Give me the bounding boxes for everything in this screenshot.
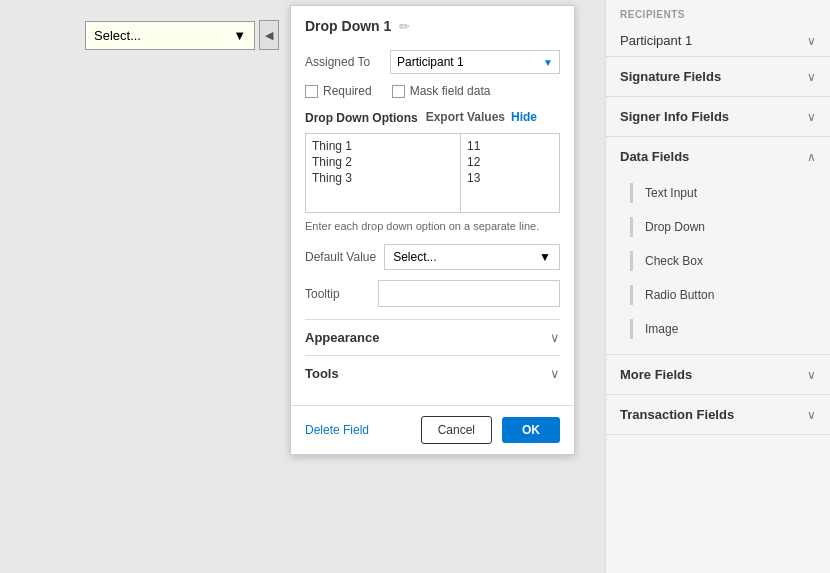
- data-fields-section: Data Fields ∧ Text Input Drop Down Check…: [606, 137, 830, 355]
- canvas-arrow-button[interactable]: ◀: [259, 20, 279, 50]
- signer-info-section: Signer Info Fields ∨: [606, 97, 830, 137]
- data-fields-items: Text Input Drop Down Check Box Radio But…: [606, 176, 830, 354]
- tooltip-label: Tooltip: [305, 287, 370, 301]
- signer-info-chevron: ∨: [807, 110, 816, 124]
- recipients-label: RECIPIENTS: [620, 9, 685, 20]
- transaction-fields-header[interactable]: Transaction Fields ∨: [606, 395, 830, 434]
- signature-chevron: ∨: [807, 70, 816, 84]
- delete-field-link[interactable]: Delete Field: [305, 423, 369, 437]
- list-item: Thing 2: [312, 154, 454, 170]
- canvas-dropdown-field: Select... ▼ ◀: [85, 20, 279, 50]
- modal-panel: Drop Down 1 ✏ Assigned To Participant 1 …: [290, 5, 575, 455]
- default-value-row: Default Value Select... ▼: [305, 244, 560, 270]
- required-checkbox[interactable]: Required: [305, 84, 372, 98]
- more-fields-chevron: ∨: [807, 368, 816, 382]
- canvas-select-label: Select...: [94, 28, 141, 43]
- item-bar: [630, 183, 633, 203]
- list-item: Thing 3: [312, 170, 454, 186]
- export-values-label: Export Values: [426, 110, 505, 124]
- default-value-select[interactable]: Select... ▼: [384, 244, 560, 270]
- more-fields-section: More Fields ∨: [606, 355, 830, 395]
- right-panel: RECIPIENTS Participant 1 ∨ Signature Fie…: [605, 0, 830, 573]
- tooltip-input[interactable]: [378, 280, 560, 307]
- mask-checkbox-box: [392, 85, 405, 98]
- options-section: Drop Down Options Export Values Hide Thi…: [305, 110, 560, 234]
- data-fields-chevron: ∧: [807, 150, 816, 164]
- ok-button[interactable]: OK: [502, 417, 560, 443]
- hide-link[interactable]: Hide: [511, 110, 537, 124]
- options-label: Drop Down Options: [305, 110, 418, 127]
- appearance-label: Appearance: [305, 330, 379, 345]
- default-value-label: Default Value: [305, 249, 376, 266]
- tools-accordion[interactable]: Tools ∨: [305, 355, 560, 391]
- signer-info-title: Signer Info Fields: [620, 109, 729, 124]
- mask-label: Mask field data: [410, 84, 491, 98]
- signature-fields-section: Signature Fields ∨: [606, 57, 830, 97]
- panel-item-drop-down[interactable]: Drop Down: [606, 210, 830, 244]
- item-bar: [630, 285, 633, 305]
- canvas-select-field[interactable]: Select... ▼: [85, 21, 255, 50]
- options-header: Drop Down Options Export Values Hide: [305, 110, 560, 127]
- cancel-button[interactable]: Cancel: [421, 416, 492, 444]
- item-bar: [630, 251, 633, 271]
- recipients-header: RECIPIENTS: [606, 0, 830, 25]
- image-label: Image: [645, 322, 678, 336]
- assigned-to-select[interactable]: Participant 1 ▼: [390, 50, 560, 74]
- modal-header: Drop Down 1 ✏: [291, 6, 574, 42]
- default-select-arrow: ▼: [539, 250, 551, 264]
- mask-checkbox[interactable]: Mask field data: [392, 84, 491, 98]
- modal-footer: Delete Field Cancel OK: [291, 405, 574, 454]
- list-item: Thing 1: [312, 138, 454, 154]
- assigned-to-value: Participant 1: [397, 55, 464, 69]
- transaction-fields-chevron: ∨: [807, 408, 816, 422]
- options-hint: Enter each drop down option on a separat…: [305, 219, 560, 234]
- export-val-item: 12: [467, 154, 553, 170]
- signature-fields-header[interactable]: Signature Fields ∨: [606, 57, 830, 96]
- signature-fields-title: Signature Fields: [620, 69, 721, 84]
- modal-title: Drop Down 1: [305, 18, 391, 34]
- export-val-item: 11: [467, 138, 553, 154]
- default-select-placeholder: Select...: [393, 250, 436, 264]
- assigned-to-label: Assigned To: [305, 55, 390, 69]
- transaction-fields-title: Transaction Fields: [620, 407, 734, 422]
- appearance-chevron: ∨: [550, 330, 560, 345]
- export-val-item: 13: [467, 170, 553, 186]
- item-bar: [630, 217, 633, 237]
- appearance-accordion[interactable]: Appearance ∨: [305, 319, 560, 355]
- participant-chevron: ∨: [807, 34, 816, 48]
- panel-item-radio-button[interactable]: Radio Button: [606, 278, 830, 312]
- panel-item-text-input[interactable]: Text Input: [606, 176, 830, 210]
- panel-item-check-box[interactable]: Check Box: [606, 244, 830, 278]
- panel-item-image[interactable]: Image: [606, 312, 830, 346]
- modal-body: Assigned To Participant 1 ▼ Required Mas…: [291, 42, 574, 405]
- export-values-list[interactable]: 11 12 13: [460, 133, 560, 213]
- tools-chevron: ∨: [550, 366, 560, 381]
- main-container: Select... ▼ ◀ Drop Down 1 ✏ Assigned To …: [0, 0, 830, 573]
- more-fields-header[interactable]: More Fields ∨: [606, 355, 830, 394]
- canvas-select-arrow: ▼: [233, 28, 246, 43]
- drop-down-label: Drop Down: [645, 220, 705, 234]
- data-fields-header[interactable]: Data Fields ∧: [606, 137, 830, 176]
- item-bar: [630, 319, 633, 339]
- participant-name: Participant 1: [620, 33, 692, 48]
- required-label: Required: [323, 84, 372, 98]
- tooltip-row: Tooltip: [305, 280, 560, 307]
- assigned-to-arrow: ▼: [543, 57, 553, 68]
- participant-row[interactable]: Participant 1 ∨: [606, 25, 830, 57]
- tools-label: Tools: [305, 366, 339, 381]
- signer-info-header[interactable]: Signer Info Fields ∨: [606, 97, 830, 136]
- transaction-fields-section: Transaction Fields ∨: [606, 395, 830, 435]
- required-checkbox-box: [305, 85, 318, 98]
- data-fields-title: Data Fields: [620, 149, 689, 164]
- options-list[interactable]: Thing 1 Thing 2 Thing 3: [305, 133, 460, 213]
- radio-button-label: Radio Button: [645, 288, 714, 302]
- text-input-label: Text Input: [645, 186, 697, 200]
- checkbox-row: Required Mask field data: [305, 84, 560, 98]
- check-box-label: Check Box: [645, 254, 703, 268]
- more-fields-title: More Fields: [620, 367, 692, 382]
- edit-icon[interactable]: ✏: [399, 19, 410, 34]
- assigned-to-row: Assigned To Participant 1 ▼: [305, 50, 560, 74]
- options-grid: Thing 1 Thing 2 Thing 3 11 12 13: [305, 133, 560, 213]
- export-values-header: Export Values Hide: [426, 110, 537, 124]
